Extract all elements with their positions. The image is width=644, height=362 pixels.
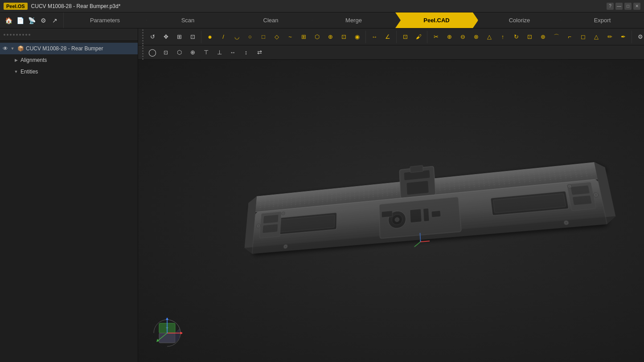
workflow-bar: 🏠 📄 📡 ⚙ ↗ Parameters Scan Clean Merge Pe… [0,12,644,28]
expand-arrow-entities[interactable]: ▼ [13,69,19,74]
title-bar-left: Peel.OS CUCV M1008-28 - Rear Bumper.p3d* [4,3,120,10]
share-icon[interactable]: ↗ [50,16,60,25]
title-bar: Peel.OS CUCV M1008-28 - Rear Bumper.p3d*… [0,0,644,12]
minimize-button[interactable]: — [615,3,623,10]
sphere-btn[interactable]: ⊕ [324,31,336,43]
fillet-btn[interactable]: ⌒ [550,31,562,43]
toolbar-row-1: ↺ ✥ ⊞ ⊡ ● / ◡ ○ □ ◇ ~ ⊞ ⬡ ⊕ ⊡ ◉ ↔ ∠ ⊡ 🖌 [138,28,644,45]
left-panel: 👁 ▼ 📦 CUCV M1008-28 - Rear Bumper ▶ Alig… [0,28,138,362]
extract-btn[interactable]: ⊡ [399,31,411,43]
viewport-3d[interactable]: Y › + [138,60,644,362]
drag-handle[interactable] [4,34,30,36]
settings-btn[interactable]: ⚙ [634,31,644,43]
expand-arrow-alignments[interactable]: ▶ [13,57,19,63]
spline-btn[interactable]: ~ [284,31,296,43]
svg-marker-47 [156,339,159,342]
svg-marker-43 [180,332,183,334]
tab-merge[interactable]: Merge [312,12,395,28]
wave-btn[interactable]: ◉ [351,31,363,43]
tools-icon[interactable]: ⚙ [38,16,48,25]
svg-marker-45 [166,317,168,320]
rect-btn[interactable]: □ [257,31,270,43]
tab-peelcad[interactable]: Peel.CAD [395,12,478,28]
divider-4 [427,31,427,43]
workflow-tabs: Parameters Scan Clean Merge Peel.CAD Col… [64,12,644,28]
close-button[interactable]: ✕ [633,3,640,10]
intersect-btn[interactable]: ⊗ [470,31,482,43]
ellipse-btn[interactable]: ○ [244,31,256,43]
layer-btn[interactable]: ⊡ [337,31,350,43]
toolbar-row-2: ◯ ⊡ ⬡ ⊕ ⊤ ⊥ ↔ ↕ ⇄ ⋮ [138,45,644,60]
panel-header [0,28,138,41]
measure-btn[interactable]: ↔ [368,31,381,43]
chamfer-btn[interactable]: ⌐ [563,31,576,43]
svg-rect-22 [406,180,428,195]
brush-btn[interactable]: 🖌 [412,31,425,43]
extrude-btn[interactable]: ↑ [496,31,509,43]
fit-btn[interactable]: ⊞ [173,31,185,43]
union-btn[interactable]: ⊕ [443,31,455,43]
layer-sort-btn[interactable]: ⊕ [186,46,199,59]
line-btn[interactable]: / [217,31,230,43]
viewport-area: ↺ ✥ ⊞ ⊡ ● / ◡ ○ □ ◇ ~ ⊞ ⬡ ⊕ ⊡ ◉ ↔ ∠ ⊡ 🖌 [138,28,644,362]
object-icon-root: 📦 [17,45,24,52]
tree-label-alignments: Alignments [21,57,47,63]
toolbar2-drag-handle[interactable] [140,45,145,60]
tree-item-entities[interactable]: ▼ Entities [0,66,138,77]
bumper-3d-object [233,127,633,281]
hex-btn[interactable]: ⬡ [311,31,323,43]
align-top-btn[interactable]: ⊤ [200,46,212,59]
tree-item-root[interactable]: 👁 ▼ 📦 CUCV M1008-28 - Rear Bumper [0,43,138,54]
align-bottom-btn[interactable]: ⊥ [213,46,226,59]
home-icon[interactable]: 🏠 [4,16,13,25]
help-button[interactable]: ? [607,3,614,10]
circle-btn[interactable]: ● [204,31,216,43]
scene-tree[interactable]: 👁 ▼ 📦 CUCV M1008-28 - Rear Bumper ▶ Alig… [0,41,138,362]
subtract-btn[interactable]: ⊖ [456,31,469,43]
poly-btn[interactable]: ◇ [271,31,283,43]
tab-colorize[interactable]: Colorize [478,12,561,28]
tab-parameters[interactable]: Parameters [64,12,147,28]
brand-label: Peel.OS [4,3,28,10]
arc-btn[interactable]: ◡ [230,31,243,43]
sweep-btn[interactable]: ⊡ [523,31,536,43]
tab-clean[interactable]: Clean [230,12,312,28]
revolve-btn[interactable]: ↻ [510,31,522,43]
file-icon[interactable]: 📄 [15,16,25,25]
rotate-tool-btn[interactable]: ↺ [146,31,159,43]
offset-btn[interactable]: △ [483,31,496,43]
tree-label-root: CUCV M1008-28 - Rear Bumper [26,45,103,52]
expand-arrow-root[interactable]: ▼ [10,46,15,51]
maximize-button[interactable]: □ [624,3,632,10]
axes-indicator: Y [147,313,187,353]
shell-btn[interactable]: ◻ [577,31,589,43]
select-rect-btn[interactable]: ⊡ [160,46,172,59]
edit-btn[interactable]: ✏ [603,31,616,43]
divider-1 [201,31,201,43]
mirror-v-btn[interactable]: ↕ [240,46,252,59]
snap-btn[interactable]: ⊡ [186,31,199,43]
visibility-icon-root[interactable]: 👁 [3,45,8,52]
mirror-h-btn[interactable]: ↔ [226,46,239,59]
tree-label-entities: Entities [21,69,38,75]
pan-tool-btn[interactable]: ✥ [160,31,172,43]
tree-item-alignments[interactable]: ▶ Alignments [0,54,138,66]
select-poly-btn[interactable]: ⬡ [173,46,185,59]
divider-5 [632,31,632,43]
flip-btn[interactable]: ⇄ [253,46,266,59]
angle-btn[interactable]: ∠ [381,31,394,43]
toolbar-drag-handle[interactable] [140,29,145,44]
tab-export[interactable]: Export [561,12,644,28]
tab-scan[interactable]: Scan [147,12,230,28]
divider-2 [365,31,366,43]
select-all-btn[interactable]: ◯ [146,46,159,59]
main-area: 👁 ▼ 📦 CUCV M1008-28 - Rear Bumper ▶ Alig… [0,28,644,362]
window-controls: ? — □ ✕ [607,3,640,10]
scissors-btn[interactable]: ✂ [430,31,442,43]
split-btn[interactable]: △ [590,31,603,43]
grid-btn[interactable]: ⊞ [297,31,310,43]
svg-rect-21 [410,165,423,172]
scanner-icon[interactable]: 📡 [27,16,37,25]
loft-btn[interactable]: ⊕ [537,31,549,43]
pen-btn[interactable]: ✒ [617,31,629,43]
